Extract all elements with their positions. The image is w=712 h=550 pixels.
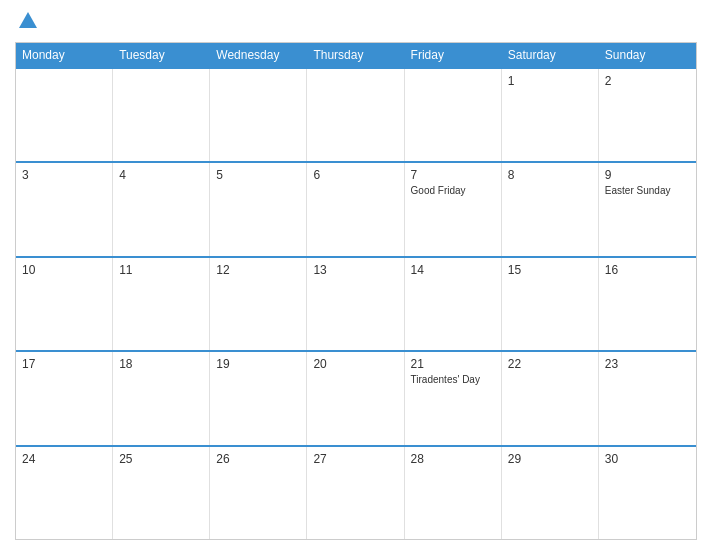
- day-number: 13: [313, 263, 397, 277]
- day-cell-29: 29: [502, 447, 599, 539]
- day-cell-17: 17: [16, 352, 113, 444]
- day-number: 28: [411, 452, 495, 466]
- logo-icon: [17, 10, 39, 32]
- day-number: 23: [605, 357, 690, 371]
- calendar-header: MondayTuesdayWednesdayThursdayFridaySatu…: [16, 43, 696, 67]
- day-number: 26: [216, 452, 300, 466]
- day-number: 25: [119, 452, 203, 466]
- day-number: 19: [216, 357, 300, 371]
- day-header-wednesday: Wednesday: [210, 43, 307, 67]
- day-event: Good Friday: [411, 184, 495, 197]
- day-number: 8: [508, 168, 592, 182]
- empty-cell: [16, 69, 113, 161]
- day-cell-15: 15: [502, 258, 599, 350]
- page: MondayTuesdayWednesdayThursdayFridaySatu…: [0, 0, 712, 550]
- svg-marker-0: [19, 12, 37, 28]
- week-row-4: 1718192021Tiradentes' Day2223: [16, 350, 696, 444]
- day-header-friday: Friday: [405, 43, 502, 67]
- day-cell-26: 26: [210, 447, 307, 539]
- day-event: Easter Sunday: [605, 184, 690, 197]
- day-number: 21: [411, 357, 495, 371]
- day-number: 20: [313, 357, 397, 371]
- day-header-sunday: Sunday: [599, 43, 696, 67]
- week-row-1: 12: [16, 67, 696, 161]
- day-number: 12: [216, 263, 300, 277]
- day-number: 10: [22, 263, 106, 277]
- day-cell-12: 12: [210, 258, 307, 350]
- week-row-3: 10111213141516: [16, 256, 696, 350]
- logo: [15, 10, 39, 32]
- day-number: 24: [22, 452, 106, 466]
- day-number: 5: [216, 168, 300, 182]
- week-row-2: 34567Good Friday89Easter Sunday: [16, 161, 696, 255]
- day-cell-20: 20: [307, 352, 404, 444]
- day-cell-14: 14: [405, 258, 502, 350]
- day-number: 16: [605, 263, 690, 277]
- day-cell-25: 25: [113, 447, 210, 539]
- day-cell-5: 5: [210, 163, 307, 255]
- day-number: 14: [411, 263, 495, 277]
- day-number: 15: [508, 263, 592, 277]
- empty-cell: [405, 69, 502, 161]
- day-number: 4: [119, 168, 203, 182]
- empty-cell: [210, 69, 307, 161]
- day-number: 27: [313, 452, 397, 466]
- empty-cell: [307, 69, 404, 161]
- day-header-saturday: Saturday: [502, 43, 599, 67]
- day-cell-11: 11: [113, 258, 210, 350]
- day-number: 2: [605, 74, 690, 88]
- calendar: MondayTuesdayWednesdayThursdayFridaySatu…: [15, 42, 697, 540]
- day-cell-21: 21Tiradentes' Day: [405, 352, 502, 444]
- day-cell-30: 30: [599, 447, 696, 539]
- day-number: 9: [605, 168, 690, 182]
- day-cell-22: 22: [502, 352, 599, 444]
- day-cell-4: 4: [113, 163, 210, 255]
- day-cell-10: 10: [16, 258, 113, 350]
- day-number: 1: [508, 74, 592, 88]
- header: [15, 10, 697, 32]
- day-cell-7: 7Good Friday: [405, 163, 502, 255]
- empty-cell: [113, 69, 210, 161]
- day-cell-19: 19: [210, 352, 307, 444]
- day-cell-1: 1: [502, 69, 599, 161]
- day-number: 6: [313, 168, 397, 182]
- day-header-tuesday: Tuesday: [113, 43, 210, 67]
- day-number: 29: [508, 452, 592, 466]
- calendar-body: 1234567Good Friday89Easter Sunday1011121…: [16, 67, 696, 539]
- week-row-5: 24252627282930: [16, 445, 696, 539]
- day-cell-27: 27: [307, 447, 404, 539]
- day-cell-6: 6: [307, 163, 404, 255]
- day-number: 22: [508, 357, 592, 371]
- day-number: 30: [605, 452, 690, 466]
- day-number: 3: [22, 168, 106, 182]
- day-number: 11: [119, 263, 203, 277]
- day-cell-9: 9Easter Sunday: [599, 163, 696, 255]
- day-number: 18: [119, 357, 203, 371]
- day-header-monday: Monday: [16, 43, 113, 67]
- day-cell-13: 13: [307, 258, 404, 350]
- day-number: 7: [411, 168, 495, 182]
- day-header-thursday: Thursday: [307, 43, 404, 67]
- day-cell-18: 18: [113, 352, 210, 444]
- day-cell-28: 28: [405, 447, 502, 539]
- day-cell-8: 8: [502, 163, 599, 255]
- day-cell-3: 3: [16, 163, 113, 255]
- day-cell-2: 2: [599, 69, 696, 161]
- day-cell-24: 24: [16, 447, 113, 539]
- day-cell-23: 23: [599, 352, 696, 444]
- day-event: Tiradentes' Day: [411, 373, 495, 386]
- day-cell-16: 16: [599, 258, 696, 350]
- day-number: 17: [22, 357, 106, 371]
